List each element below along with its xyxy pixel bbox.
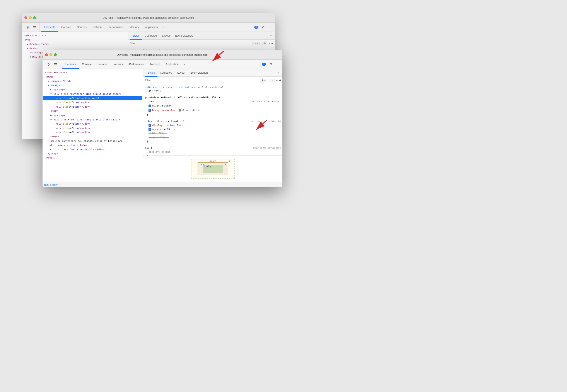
maximize-button-front[interactable] xyxy=(54,53,57,56)
triangle-icon[interactable] xyxy=(50,93,52,95)
attr-value: "item" xyxy=(72,131,80,134)
traffic-lights-front[interactable] xyxy=(45,53,57,56)
tag: ></div> xyxy=(80,122,90,125)
triangle-icon[interactable] xyxy=(50,148,52,151)
tag: </body> xyxy=(48,152,58,155)
css-prop-bgcolor: background-color : olivedrab ; + xyxy=(145,108,281,113)
settings-icon-front[interactable]: ⚙ xyxy=(268,61,274,67)
dom-line[interactable]: </html> xyxy=(43,156,142,160)
dom-line[interactable]: <div class="item"></div> xyxy=(43,126,142,130)
attr-name: class xyxy=(63,122,70,125)
triangle-icon[interactable] xyxy=(50,114,52,116)
tag: <p> xyxy=(54,114,58,117)
svg-line-4 xyxy=(213,51,224,61)
dom-line[interactable]: <div class="item"></div> xyxy=(43,130,142,135)
attr-value: "item" xyxy=(72,101,80,104)
tab-performance-front[interactable]: Performance xyxy=(126,60,147,69)
tab-network-front[interactable]: Network xyxy=(110,60,126,69)
devtools-window-front[interactable]: DevTools - mathiasbynens.github.io/css-d… xyxy=(43,50,283,187)
dom-line[interactable]: <p>Size container: box changes color at … xyxy=(43,139,142,143)
breadcrumb-html[interactable]: html xyxy=(44,183,49,186)
dom-line[interactable]: <head>…</head> xyxy=(43,79,142,84)
css-source: css-contain…ies.html:67 xyxy=(251,100,281,103)
tab-memory-front[interactable]: Memory xyxy=(147,60,163,69)
prop-name: display xyxy=(152,124,162,128)
color-swatch[interactable] xyxy=(179,109,181,112)
add-style-icon-front[interactable]: + xyxy=(276,79,278,82)
css-source-ua: user agent stylesheet xyxy=(253,146,281,150)
breadcrumb-bar: html › body xyxy=(43,182,283,187)
cursor-icon[interactable] xyxy=(46,61,52,67)
dom-line[interactable]: </body> xyxy=(43,152,142,156)
dom-line[interactable]: </div> xyxy=(43,135,142,139)
filter-actions-front: :hov .cls + ◀ xyxy=(260,79,281,82)
dom-line[interactable]: <html> xyxy=(43,75,142,79)
styles-tab-computed-front[interactable]: Computed xyxy=(157,69,175,77)
dom-line[interactable]: <div class="item"></div> xyxy=(43,122,142,126)
tag: ></div> xyxy=(80,101,90,104)
triangle-icon[interactable] xyxy=(48,80,49,82)
prop-checkbox-height[interactable] xyxy=(149,105,151,107)
triangle-icon[interactable] xyxy=(50,88,52,91)
prop-value: 300px xyxy=(164,104,171,108)
breadcrumb-body[interactable]: body xyxy=(52,183,58,186)
styles-tab-event-listeners-front[interactable]: Event Listeners xyxy=(188,69,211,77)
tag: <p> xyxy=(50,140,55,142)
css-rule-block-4: div { user agent stylesheet display: blo… xyxy=(145,146,281,155)
dom-line[interactable]: <!DOCTYPE html> xyxy=(43,70,142,75)
padding-label: padding xyxy=(204,165,211,168)
add-property-button[interactable]: + xyxy=(198,108,200,113)
triangle-icon[interactable] xyxy=(48,84,49,87)
close-button-front[interactable] xyxy=(45,53,48,56)
tab-elements-front[interactable]: Elements xyxy=(62,60,79,69)
tab-application-front[interactable]: Application xyxy=(163,60,182,69)
attr-value: "item" xyxy=(72,105,80,108)
dom-line[interactable]: <div class="item"></div> xyxy=(43,105,142,109)
minimize-button-front[interactable] xyxy=(49,53,52,56)
chat-icon-front[interactable]: 1 xyxy=(261,61,267,67)
dom-line[interactable]: </div> xyxy=(43,109,142,113)
prop-value: ▶ 10px xyxy=(164,127,173,132)
dom-line[interactable]: <div class="item"></div> xyxy=(43,100,142,105)
filter-input-front[interactable] xyxy=(145,79,258,82)
selector-link-front[interactable]: div.container-single-axis.inline-size xyxy=(148,85,201,89)
styles-tab-more-front[interactable]: » xyxy=(277,69,281,76)
size-value: 412.297px xyxy=(145,89,281,94)
devtools-body-front: <!DOCTYPE html> <html> <head>…</head> <b… xyxy=(43,69,283,182)
dom-line[interactable]: <p>…</p> xyxy=(43,113,142,118)
prop-checkbox-margin[interactable] xyxy=(149,128,151,131)
more-icon-front[interactable]: ⋮ xyxy=(275,61,281,67)
tab-more-front[interactable]: » xyxy=(182,60,187,69)
tag: <div xyxy=(54,148,60,151)
styles-tab-styles-front[interactable]: Styles xyxy=(145,69,157,77)
dom-line-selected[interactable]: <div class="item"></div> == $0 xyxy=(43,96,142,101)
dom-line[interactable]: <body> xyxy=(43,84,142,88)
margin-value: 10 xyxy=(227,160,230,162)
tag: </head> xyxy=(61,80,71,83)
layers-icon[interactable] xyxy=(53,61,58,67)
dom-line[interactable]: <div class="container-both">…</div> xyxy=(43,147,142,152)
tag: <div xyxy=(56,97,61,100)
attr-name: class xyxy=(61,118,68,121)
dom-panel-front[interactable]: <!DOCTYPE html> <html> <head>…</head> <b… xyxy=(43,69,143,182)
dom-line[interactable]: <p>…</p> xyxy=(43,87,142,92)
svg-rect-5 xyxy=(54,63,57,64)
tag: </p> xyxy=(81,144,87,147)
prop-checkbox-display[interactable] xyxy=(149,124,151,127)
dom-line[interactable]: <div class="container-single-axis inline… xyxy=(43,92,142,96)
triangle-icon[interactable] xyxy=(50,118,52,121)
hov-button-front[interactable]: :hov xyxy=(260,79,267,82)
collapse-icon-front[interactable]: ◀ xyxy=(279,79,281,82)
attr-name: class xyxy=(63,131,70,134)
tab-console-front[interactable]: Console xyxy=(79,60,95,69)
cls-button-front[interactable]: .cls xyxy=(269,79,275,82)
styles-tab-layout-front[interactable]: Layout xyxy=(175,69,188,77)
svg-rect-6 xyxy=(54,64,57,64)
tag: <div xyxy=(56,105,61,108)
prop-value: olivedrab xyxy=(182,109,195,112)
dom-line[interactable]: after aspect-ratio 1:1</p> xyxy=(43,143,142,147)
prop-checkbox-bgcolor[interactable] xyxy=(149,109,151,112)
dom-text: after aspect-ratio 1:1 xyxy=(49,144,81,147)
dom-line[interactable]: <div class="container-single-axis block-… xyxy=(43,118,142,122)
tab-sources-front[interactable]: Sources xyxy=(95,60,110,69)
